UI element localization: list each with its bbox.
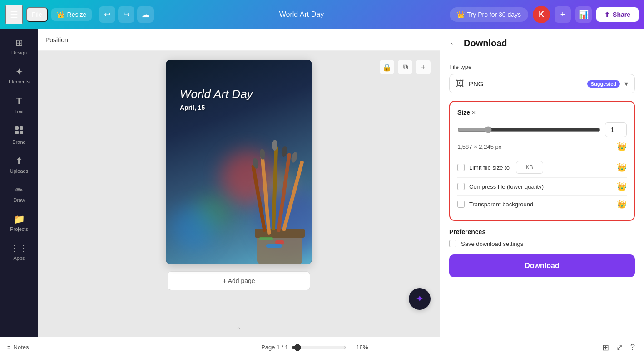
- size-value-input[interactable]: [605, 122, 627, 137]
- magic-button[interactable]: ✦: [409, 288, 431, 310]
- try-pro-label: Try Pro for 30 days: [467, 11, 521, 18]
- save-settings-label: Save download settings: [461, 240, 523, 247]
- limit-file-size-checkbox[interactable]: [457, 164, 465, 171]
- zoom-level: 18%: [350, 344, 368, 351]
- limit-file-size-left: Limit file size to: [457, 161, 612, 174]
- canvas-text-overlay: World Art Day April, 15: [180, 87, 253, 111]
- pro-icon-dimensions: 👑: [617, 142, 627, 152]
- sidebar-item-design[interactable]: ⊞ Design: [3, 33, 35, 60]
- try-pro-crown-icon: 👑: [457, 11, 465, 18]
- file-type-value: PNG: [469, 80, 583, 88]
- help-button[interactable]: ?: [629, 341, 637, 354]
- svg-point-3: [20, 131, 23, 134]
- size-x-icon: ×: [472, 109, 476, 116]
- add-frame-button[interactable]: +: [416, 60, 431, 74]
- duplicate-button[interactable]: ⧉: [398, 60, 412, 74]
- design-icon: ⊞: [15, 37, 23, 48]
- sidebar-item-text[interactable]: T Text: [3, 91, 35, 119]
- grid-view-button[interactable]: ⊞: [600, 341, 611, 354]
- size-slider[interactable]: [457, 126, 600, 133]
- download-button[interactable]: Download: [449, 254, 635, 277]
- sidebar-item-apps[interactable]: ⋮⋮ Apps: [3, 238, 35, 265]
- resize-label: Resize: [67, 11, 87, 18]
- sidebar-item-draw[interactable]: ✏ Draw: [3, 180, 35, 207]
- transparent-left: Transparent background: [457, 201, 612, 208]
- notes-label: Notes: [14, 344, 29, 351]
- sidebar-item-elements-label: Elements: [9, 79, 30, 84]
- avatar-button[interactable]: K: [533, 6, 550, 23]
- canvas-area: Position 🔒 ⧉ +: [38, 29, 440, 337]
- kb-input[interactable]: [516, 161, 543, 174]
- panel-body: File type 🖼 PNG Suggested ▾ Size ×: [440, 54, 644, 286]
- sidebar-item-uploads[interactable]: ⬆ Uploads: [3, 151, 35, 178]
- svg-point-14: [259, 149, 266, 160]
- zoom-slider[interactable]: [292, 344, 346, 351]
- suggested-badge: Suggested: [587, 80, 620, 88]
- notes-icon: ≡: [7, 344, 11, 351]
- sidebar: ⊞ Design ✦ Elements T Text Brand ⬆ U: [0, 29, 38, 337]
- add-page-button[interactable]: + Add page: [168, 271, 310, 290]
- notes-section[interactable]: ≡ Notes: [7, 344, 29, 351]
- preferences-section: Preferences Save download settings: [449, 228, 635, 247]
- size-section: Size × 1,587 × 2,245 px 👑 Limit file siz…: [449, 101, 635, 221]
- sidebar-item-brand[interactable]: Brand: [3, 121, 35, 149]
- analytics-button[interactable]: 📊: [575, 6, 592, 23]
- cloud-save-button[interactable]: ☁: [137, 6, 154, 23]
- svg-rect-2: [15, 131, 19, 134]
- panel-title: Download: [464, 38, 507, 49]
- main-layout: ⊞ Design ✦ Elements T Text Brand ⬆ U: [0, 29, 644, 337]
- transparent-label: Transparent background: [469, 201, 533, 208]
- expand-button[interactable]: ⤢: [614, 341, 625, 354]
- sidebar-item-elements[interactable]: ✦ Elements: [3, 62, 35, 89]
- svg-rect-0: [15, 126, 19, 130]
- bottom-right: ⊞ ⤢ ?: [600, 341, 637, 354]
- magic-icon: ✦: [416, 293, 424, 305]
- file-button[interactable]: File: [26, 7, 48, 22]
- svg-rect-1: [20, 126, 23, 130]
- transparent-checkbox[interactable]: [457, 201, 465, 208]
- header-actions: ↩ ↪ ☁: [99, 6, 154, 23]
- svg-rect-8: [266, 244, 282, 248]
- file-type-dropdown[interactable]: 🖼 PNG Suggested ▾: [449, 74, 635, 93]
- svg-rect-11: [277, 153, 291, 232]
- download-panel: ← Download File type 🖼 PNG Suggested ▾ S…: [440, 29, 644, 337]
- pro-icon-transparent: 👑: [617, 199, 627, 209]
- header: ☰ File 👑 Resize ↩ ↪ ☁ World Art Day 👑 Tr…: [0, 0, 644, 29]
- bottom-center: Page 1 / 1 18%: [261, 344, 368, 351]
- draw-icon: ✏: [15, 185, 23, 196]
- share-button[interactable]: ⬆ Share: [596, 7, 639, 22]
- size-dimensions: 1,587 × 2,245 px 👑: [457, 142, 627, 152]
- share-label: Share: [613, 11, 630, 18]
- size-slider-row: [457, 122, 627, 137]
- size-label: Size: [457, 109, 470, 116]
- canvas-card[interactable]: World Art Day April, 15: [166, 60, 312, 264]
- add-button[interactable]: +: [555, 6, 571, 23]
- brand-icon: [14, 125, 24, 137]
- limit-file-size-row: Limit file size to 👑: [457, 157, 627, 177]
- document-title: World Art Day: [279, 10, 324, 19]
- compress-checkbox[interactable]: [457, 183, 465, 190]
- canvas-title: World Art Day: [180, 87, 253, 101]
- back-button[interactable]: ←: [449, 38, 458, 49]
- canvas-content[interactable]: 🔒 ⧉ + World Art Day April, 15: [38, 51, 440, 337]
- compress-row: Compress file (lower quality) 👑: [457, 177, 627, 195]
- save-settings-checkbox[interactable]: [449, 240, 456, 247]
- canvas-toolbar: Position: [38, 29, 440, 51]
- transparent-row: Transparent background 👑: [457, 195, 627, 213]
- try-pro-button[interactable]: 👑 Try Pro for 30 days: [450, 7, 529, 22]
- text-icon: T: [16, 95, 22, 107]
- sidebar-item-projects[interactable]: 📁 Projects: [3, 209, 35, 236]
- redo-button[interactable]: ↪: [118, 6, 134, 23]
- resize-button[interactable]: 👑 Resize: [51, 8, 92, 21]
- menu-button[interactable]: ☰: [5, 5, 23, 24]
- size-header: Size ×: [457, 109, 627, 116]
- file-type-label: File type: [449, 64, 635, 70]
- undo-button[interactable]: ↩: [99, 6, 115, 23]
- preferences-label: Preferences: [449, 228, 635, 235]
- sidebar-item-text-label: Text: [15, 109, 24, 114]
- dimensions-text: 1,587 × 2,245 px: [457, 143, 501, 150]
- lock-button[interactable]: 🔒: [380, 60, 394, 74]
- sidebar-item-projects-label: Projects: [10, 226, 28, 232]
- toolbar-position-label: Position: [45, 36, 68, 44]
- sidebar-item-draw-label: Draw: [13, 197, 25, 203]
